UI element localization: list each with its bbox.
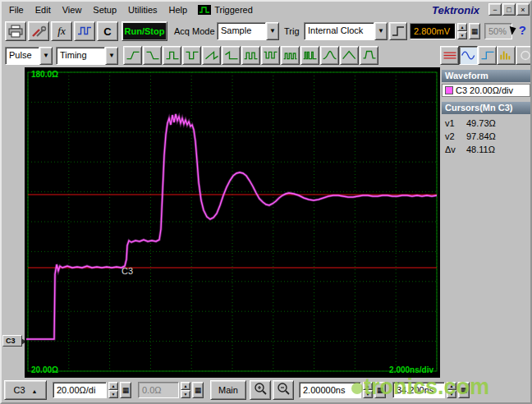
menubar: FileEditViewSetupUtilitiesHelp Triggered… [2,2,532,18]
readout-value: 48.11Ω [466,145,495,157]
pulse-neg-pair-button[interactable] [261,46,280,65]
channel-gutter: C3 [2,67,25,378]
pulse-neg-button[interactable] [182,46,201,65]
spin-down-icon[interactable]: ▼ [447,390,456,398]
math-fx-button[interactable]: fx [51,21,72,41]
mask-circle-button[interactable] [516,46,532,65]
setup-tools-button[interactable] [28,21,49,41]
bottom-control-bar: C3 ▲ 20.00Ω/di ▲ ▼ ▦ 0.0Ω ▲ ▼ ▦ Main [2,378,530,402]
vertical-offset-field[interactable]: 0.0Ω [138,382,179,398]
triangle-button[interactable] [340,46,359,65]
sine-wave-icon [461,52,474,59]
menu-help[interactable]: Help [163,3,194,16]
zoom-out-button[interactable] [273,380,294,400]
signal-type-select[interactable]: Pulse ▼ [5,47,53,65]
scope-display[interactable]: C3 180.0Ω 20.00Ω 2.000ns/div [25,67,440,378]
main-timebase-button[interactable]: Main [210,380,246,400]
spin-down-icon[interactable]: ▼ [457,31,467,39]
menu-utilities[interactable]: Utilities [122,3,163,16]
maximize-button[interactable]: □ [502,3,516,16]
pulse-pair-icon [244,53,257,59]
measure-class-value: Timing [56,47,105,65]
acq-mode-select[interactable]: Sample ▼ [217,22,279,40]
print-button[interactable] [5,21,26,41]
cursor-lines-button[interactable] [440,46,459,65]
printer-icon [7,25,24,38]
magnifier-plus-icon [253,382,268,397]
pulse-wide-button[interactable] [360,46,378,65]
cursor-lines-icon [443,53,456,58]
spin-down-icon[interactable]: ▼ [363,390,373,398]
chevron-down-icon[interactable]: ▼ [105,47,118,65]
context-help-button[interactable]: ? [509,22,527,40]
run-stop-button[interactable]: Run/Stop [122,21,167,41]
pulse-pos-button[interactable] [163,46,181,65]
scope-graticule[interactable]: C3 [25,67,440,378]
acq-mode-label: Acq Mode [174,26,215,36]
keypad-icon[interactable]: ▦ [374,382,386,398]
menu-items: FileEditViewSetupUtilitiesHelp [3,5,193,15]
tektronix-logo: Tektronix [432,4,479,16]
ramp-rise-button[interactable] [202,46,221,65]
edge-fall-button[interactable] [143,46,162,65]
waveform-entry-label: C3 20.00Ω/div [456,85,513,95]
menu-setup[interactable]: Setup [87,3,122,16]
histogram-icon [501,52,509,60]
trigger-pulse-icon [198,5,211,15]
gaussian-icon [323,52,336,59]
readout-label: v2 [445,131,466,144]
horizontal-delay-field[interactable]: 34.200ns [392,382,445,398]
cursor-readout-row: v1 49.73Ω [445,118,530,131]
channel-marker[interactable]: C3 [2,335,22,347]
chevron-down-icon[interactable]: ▼ [374,22,388,40]
trace-color-swatch [445,86,453,94]
ramp-fall-button[interactable] [222,46,241,65]
keypad-icon[interactable]: ▦ [192,382,204,398]
spin-up-icon[interactable]: ▲ [457,23,467,31]
spin-up-icon[interactable]: ▲ [108,382,118,390]
spin-up-icon[interactable]: ▲ [447,382,456,390]
keypad-icon[interactable]: ▦ [458,382,470,398]
keypad-icon[interactable]: ▦ [120,382,131,398]
minimize-button[interactable]: − [488,3,502,16]
signal-type-value: Pulse [5,47,39,65]
measure-class-select[interactable]: Timing ▼ [56,47,118,65]
timebase-spinner: ▲ ▼ [363,382,373,398]
timebase-field[interactable]: 2.00000ns [299,382,361,398]
zoom-in-button[interactable] [250,380,271,400]
pulse-train-button[interactable] [281,46,300,65]
chevron-down-icon[interactable]: ▼ [266,22,279,40]
main-area: C3 C3 180.0Ω 20.00Ω 2.000ns/div Waveform… [2,67,530,378]
trigger-slope-button[interactable] [389,22,407,40]
vertical-scale-field[interactable]: 20.00Ω/di [53,382,107,398]
spin-up-icon[interactable]: ▲ [363,382,373,390]
channel-select-button[interactable]: C3 ▲ [4,380,47,400]
scale-spinner: ▲ ▼ [108,382,118,398]
spin-up-icon[interactable]: ▲ [181,382,190,390]
step-wave-icon [481,52,493,58]
keypad-icon[interactable]: ▦ [469,23,480,39]
pulse-pair-button[interactable] [241,46,260,65]
menu-edit[interactable]: Edit [30,3,57,16]
waveform-list-item[interactable]: C3 20.00Ω/div [442,84,530,97]
trig-source-select[interactable]: Internal Clock ▼ [304,22,388,40]
close-button[interactable]: × [516,3,530,16]
spin-down-icon[interactable]: ▼ [181,390,190,398]
menu-view[interactable]: View [57,3,88,16]
chevron-down-icon[interactable]: ▼ [39,47,53,65]
edge-rise-button[interactable] [123,46,142,65]
define-waveform-button[interactable] [74,21,95,41]
menu-file[interactable]: File [3,3,30,16]
cursors-panel-header: Cursors(Mn C3) [442,102,530,114]
sine-wave-button[interactable] [459,46,478,65]
step-wave-button[interactable] [478,46,497,65]
intensity-field[interactable]: 50% [484,23,512,39]
spin-down-icon[interactable]: ▼ [108,390,118,398]
gaussian-button[interactable] [320,46,339,65]
pulse-burst-button[interactable] [300,46,319,65]
cursor-c-button[interactable]: C [97,21,118,41]
trigger-level-field[interactable]: 2.800mV [410,23,456,39]
waveform-panel-header: Waveform [442,70,530,82]
histogram-button[interactable] [497,46,516,65]
rising-slope-icon [391,25,406,38]
